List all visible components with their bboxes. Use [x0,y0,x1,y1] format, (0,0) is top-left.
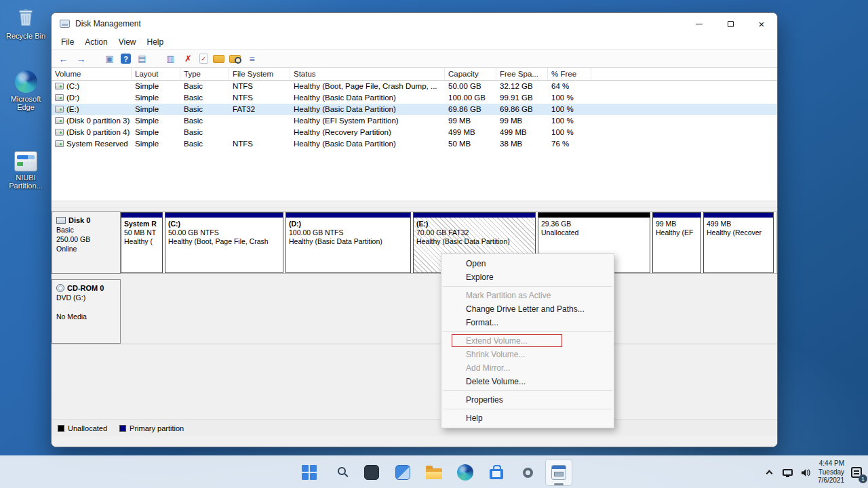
disk-size: 250.00 GB [56,235,116,244]
taskbar-edge[interactable] [452,459,479,486]
find-icon[interactable] [229,55,241,63]
menu-help[interactable]: Help [142,35,170,49]
desktop-icon-microsoft-edge[interactable]: Microsoft Edge [1,70,50,111]
column-header-file-system[interactable]: File System [229,68,290,80]
taskbar-search[interactable] [327,459,354,486]
volume-row-system-reserved[interactable]: System ReservedSimpleBasicNTFSHealthy (B… [52,138,777,150]
maximize-button[interactable] [715,13,746,35]
partition-d[interactable]: (D:)100.00 GB NTFSHealthy (Basic Data Pa… [285,212,411,273]
volume-row-disk-0-partition-4[interactable]: (Disk 0 partition 4)SimpleBasicHealthy (… [52,127,777,138]
taskbar-microsoft-store[interactable] [483,459,510,486]
cd-icon [56,284,64,292]
menu-view[interactable]: View [113,35,142,49]
volume-name: (Disk 0 partition 3) [66,117,130,125]
menu-action[interactable]: Action [79,35,113,49]
desktop-icon-recycle-bin[interactable]: Recycle Bin [1,5,50,40]
partition-type-strip [121,213,162,218]
tray-show-hidden-icons-button[interactable] [763,461,775,484]
disk0-header[interactable]: Disk 0 Basic 250.00 GB Online [52,211,121,274]
taskbar-start[interactable] [296,459,323,486]
volume-row-d[interactable]: (D:)SimpleBasicNTFSHealthy (Basic Data P… [52,92,777,104]
menu-item-help[interactable]: Help [441,411,614,425]
taskbar-task-view[interactable] [358,459,385,486]
partition-healthy-ef[interactable]: 99 MBHealthy (EF [652,212,701,273]
tray-volume-button[interactable] [800,461,812,484]
disk0-row: Disk 0 Basic 250.00 GB Online System R50… [52,211,777,274]
taskbar-file-explorer[interactable] [420,459,448,486]
partition-system-r[interactable]: System R50 MB NTHealthy ( [121,212,163,273]
column-header-type[interactable]: Type [180,68,229,80]
volume-name: System Reserved [66,140,128,148]
disk-type: Basic [56,225,116,235]
pane-splitter[interactable] [52,201,777,207]
context-menu: OpenExploreMark Partition as ActiveChang… [441,253,614,428]
column-header-capacity[interactable]: Capacity [445,68,496,80]
cdrom-header[interactable]: CD-ROM 0 DVD (G:) No Media [52,279,121,344]
volume-row-c[interactable]: (C:)SimpleBasicNTFSHealthy (Boot, Page F… [52,81,777,92]
taskbar-clock[interactable]: 4:44 PM Tuesday 7/6/2021 [818,460,844,485]
menu-item-add-mirror[interactable]: Add Mirror... [441,361,614,375]
partition-healthy-recover[interactable]: 499 MBHealthy (Recover [703,212,774,273]
column-header-free[interactable]: % Free [548,68,591,80]
menu-item-shrink-volume[interactable]: Shrink Volume... [441,348,614,361]
close-button[interactable]: × [746,13,777,35]
open-folder-icon[interactable] [213,55,224,63]
column-header-layout[interactable]: Layout [132,68,180,80]
back-icon[interactable] [57,53,70,64]
toolbar-separator [92,58,98,59]
volume-row-e[interactable]: (E:)SimpleBasicFAT32Healthy (Basic Data … [52,104,777,115]
menu-file[interactable]: File [56,35,79,49]
column-header-filler [591,68,777,80]
taskbar-settings[interactable] [514,459,541,486]
network-icon [783,469,793,476]
menu-item-extend-volume[interactable]: Extend Volume... [441,334,614,348]
taskbar-disk-management[interactable] [545,459,572,486]
column-header-volume[interactable]: Volume [52,68,132,80]
menu-item-explore[interactable]: Explore [441,270,614,284]
volume-icon [55,83,64,89]
volume-table-header: VolumeLayoutTypeFile SystemStatusCapacit… [52,68,777,81]
forward-icon[interactable] [75,53,87,64]
taskbar-widgets[interactable] [389,459,416,486]
menu-item-mark-partition-as-active[interactable]: Mark Partition as Active [441,289,614,302]
menu-item-delete-volume[interactable]: Delete Volume... [441,375,614,388]
check-document-icon[interactable] [199,54,208,64]
volume-row-disk-0-partition-3[interactable]: (Disk 0 partition 3)SimpleBasicHealthy (… [52,115,777,127]
recycle-bin-icon [14,5,37,30]
titlebar[interactable]: Disk Management × [52,13,777,35]
column-header-status[interactable]: Status [290,68,445,80]
window-pane-icon[interactable] [136,53,149,64]
menu-item-change-drive-letter-and-paths[interactable]: Change Drive Letter and Paths... [441,302,614,316]
volume-list-pane: VolumeLayoutTypeFile SystemStatusCapacit… [52,68,777,201]
partition-size: 29.36 GB [541,220,647,228]
widgets-icon [395,465,410,480]
volume-table-rows: (C:)SimpleBasicNTFSHealthy (Boot, Page F… [52,81,777,150]
toolbar-separator [153,58,159,59]
speaker-icon [801,468,811,477]
menu-item-properties[interactable]: Properties [441,393,614,407]
volume-icon [55,106,64,113]
minimize-button[interactable] [684,13,715,35]
list-view-icon[interactable] [245,53,258,64]
partition-size: 50 MB NT [124,228,159,237]
export-list-icon[interactable] [164,53,177,64]
legend-unallocated: Unallocated [58,424,107,432]
disk-icon [56,217,66,224]
partition-c[interactable]: (C:)50.00 GB NTFSHealthy (Boot, Page Fil… [165,212,283,273]
tray-network-button[interactable] [781,461,793,484]
column-header-free-spa[interactable]: Free Spa... [496,68,548,80]
partition-size: 50.00 GB NTFS [168,228,280,237]
volume-name: (D:) [66,94,79,102]
console-tree-icon[interactable] [103,53,116,64]
delete-icon[interactable] [182,53,195,64]
volume-icon [55,117,64,124]
menu-item-format[interactable]: Format... [441,316,614,329]
volume-name: (E:) [66,105,79,113]
help-icon[interactable] [121,54,131,64]
window-bottom-strip [52,436,777,447]
desktop-icon-niubi-partition-editor[interactable]: NIUBI Partition... [1,149,50,190]
edge-icon [457,464,473,481]
partition-size: 499 MB [707,220,770,228]
notification-button[interactable]: 1 [850,461,863,484]
menu-item-open[interactable]: Open [441,257,614,270]
